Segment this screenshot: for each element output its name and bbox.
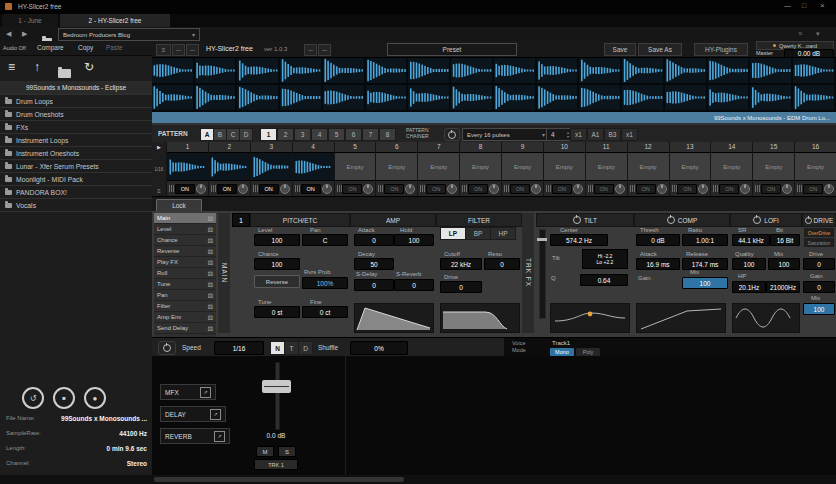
delay-button[interactable]: DELAY ↗	[160, 406, 226, 422]
slice-on-button[interactable]: ON	[217, 184, 237, 194]
list-item-drum-oneshots[interactable]: Drum Oneshots	[0, 108, 152, 121]
param-item-chance[interactable]: Chance⚄	[154, 235, 216, 246]
fine-value[interactable]: 0 ct	[302, 306, 348, 318]
slice-14[interactable]: 14EmptyON	[710, 142, 752, 196]
param-item-amp-env[interactable]: Amp Env⚄	[154, 312, 216, 323]
menu-slot-icon[interactable]: —	[172, 44, 185, 56]
track-name-chip[interactable]: TRK 1	[254, 459, 298, 470]
slice-level-knob[interactable]	[615, 184, 625, 194]
browser-menu-icon[interactable]: ≡	[8, 60, 15, 74]
chain-step-3[interactable]: B3	[604, 128, 621, 141]
import-icon[interactable]: ↑	[34, 60, 40, 74]
param-item-pan[interactable]: Pan⚄	[154, 290, 216, 301]
bit-value[interactable]: 16 Bit	[770, 234, 800, 246]
mono-button[interactable]: Mono	[550, 348, 574, 356]
param-item-main[interactable]: Main⚄	[154, 213, 216, 224]
waveform-display[interactable]	[152, 58, 836, 112]
back-arrow-icon[interactable]: ◀	[6, 30, 11, 38]
spinner-icons[interactable]: ▴▾	[567, 131, 569, 138]
thresh-value[interactable]: 0 dB	[636, 234, 680, 246]
drive-gain-value[interactable]: 0	[803, 281, 835, 293]
breadcrumb-dropdown[interactable]: Bedroom Producers Blog ▾	[58, 28, 200, 41]
release-value[interactable]: 174.7 ms	[682, 258, 728, 270]
pulse-dropdown[interactable]: Every 16 pulses ▾	[462, 128, 550, 141]
slice-on-button[interactable]: ON	[677, 184, 697, 194]
hold-value[interactable]: 100	[394, 234, 434, 246]
list-item-instrument-oneshots[interactable]: Instrument Oneshots	[0, 147, 152, 160]
lofi-mix-value[interactable]: 100	[768, 258, 800, 270]
note-mode-t-button[interactable]: T	[284, 341, 299, 355]
save-as-button[interactable]: Save As	[638, 43, 682, 56]
s-delay-value[interactable]: 0	[354, 279, 394, 291]
reso-value[interactable]: 0	[484, 258, 520, 270]
dice-icon[interactable]: ⚄	[208, 259, 213, 266]
quality-value[interactable]: 100	[732, 258, 766, 270]
panel-dropdown-icon[interactable]: ▾	[816, 30, 820, 38]
popout-icon[interactable]: ↗	[200, 387, 211, 398]
lp-value[interactable]: 21000Hz	[766, 281, 800, 293]
close-icon[interactable]: ×	[820, 1, 825, 10]
hp-value[interactable]: 20.1Hz	[732, 281, 766, 293]
slice-11[interactable]: 11EmptyON	[585, 142, 627, 196]
tilt-power-icon[interactable]	[573, 216, 581, 224]
q-value[interactable]: 0.64	[580, 274, 628, 286]
param-item-tune[interactable]: Tune⚄	[154, 279, 216, 290]
lofi-power-icon[interactable]	[753, 216, 761, 224]
speed-value[interactable]: 1/16	[214, 341, 264, 355]
slice-level-knob[interactable]	[238, 184, 248, 194]
slice-level-knob[interactable]	[531, 184, 541, 194]
grid-rate-value[interactable]: 1/16	[155, 167, 164, 172]
slider-handle[interactable]	[537, 238, 547, 241]
horizontal-scrollbar[interactable]	[0, 475, 836, 484]
reverse-button[interactable]: Reverse	[254, 275, 300, 288]
open-folder-icon[interactable]	[58, 69, 71, 78]
level-value[interactable]: 100	[254, 234, 300, 246]
slice-on-button[interactable]: ON	[259, 184, 279, 194]
forward-arrow-icon[interactable]: ▶	[22, 30, 27, 38]
slice-level-knob[interactable]	[280, 184, 290, 194]
tilt-center-value[interactable]: 574.2 Hz	[550, 234, 608, 246]
pattern-bank-a[interactable]: A	[200, 128, 214, 141]
slice-on-button[interactable]: ON	[342, 184, 362, 194]
slice-8[interactable]: 8EmptyON	[459, 142, 501, 196]
minimize-icon[interactable]: —	[784, 2, 791, 9]
slice-level-knob[interactable]	[573, 184, 583, 194]
stop-button[interactable]: ■	[53, 387, 75, 409]
pattern-slot-8[interactable]: 8	[379, 128, 396, 141]
chainer-power-button[interactable]	[444, 128, 460, 141]
decay-value[interactable]: 50	[354, 258, 394, 270]
slice-1[interactable]: 1ON	[166, 142, 208, 196]
speed-power-button[interactable]	[158, 341, 176, 355]
filter-lp-button[interactable]: LP	[440, 227, 466, 240]
popout-icon[interactable]: ↗	[210, 409, 221, 420]
param-item-reverse[interactable]: Reverse⚄	[154, 246, 216, 257]
list-item-pandora-box[interactable]: PANDORA BOX!	[0, 186, 152, 199]
hy-plugins-button[interactable]: HY-Plugins	[694, 43, 748, 56]
slice-level-knob[interactable]	[782, 184, 792, 194]
slice-4[interactable]: 4ON	[292, 142, 334, 196]
scrollbar-handle[interactable]	[154, 477, 404, 482]
play-icon[interactable]: ▶	[157, 144, 161, 150]
pattern-slot-3[interactable]: 3	[294, 128, 311, 141]
refresh-icon[interactable]: ↻	[84, 60, 94, 74]
tab-june[interactable]: 1 - June	[2, 14, 58, 27]
plugin-menu-icon[interactable]: ≡	[156, 44, 171, 56]
slice-level-knob[interactable]	[824, 184, 834, 194]
mute-button[interactable]: M	[256, 446, 274, 457]
dice-icon[interactable]: ⚄	[208, 215, 213, 222]
menu-slot-icon[interactable]: —	[318, 44, 331, 56]
panel-menu-icon[interactable]: ≡	[798, 30, 802, 37]
audio-off-toggle[interactable]: Audio Off	[3, 45, 26, 51]
slice-level-knob[interactable]	[447, 184, 457, 194]
copy-button[interactable]: Copy	[78, 44, 93, 51]
reverb-button[interactable]: REVERB ↗	[160, 428, 230, 444]
slice-15[interactable]: 15EmptyON	[752, 142, 794, 196]
slice-level-knob[interactable]	[657, 184, 667, 194]
cutoff-value[interactable]: 22 kHz	[440, 258, 482, 270]
shuffle-value[interactable]: 0%	[350, 341, 408, 355]
param-item-level[interactable]: Level⚄	[154, 224, 216, 235]
list-item-vocals[interactable]: Vocals	[0, 199, 152, 212]
note-mode-d-button[interactable]: D	[298, 341, 313, 355]
rvrs-prob-value[interactable]: 100%	[302, 277, 348, 289]
slice-13[interactable]: 13EmptyON	[669, 142, 711, 196]
